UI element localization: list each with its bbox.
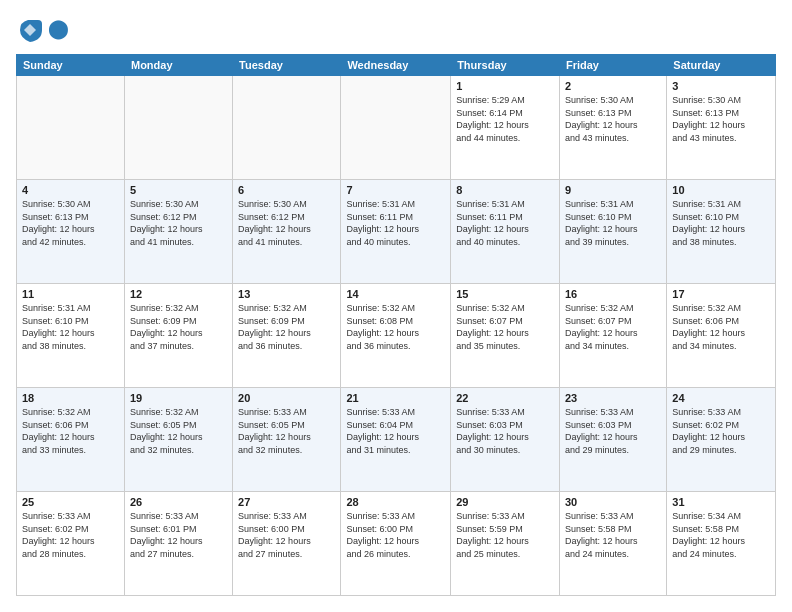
logo: ⬤	[16, 16, 68, 44]
day-number: 22	[456, 392, 554, 404]
empty-cell	[233, 76, 341, 180]
day-cell-20: 20Sunrise: 5:33 AM Sunset: 6:05 PM Dayli…	[233, 388, 341, 492]
day-info: Sunrise: 5:33 AM Sunset: 6:03 PM Dayligh…	[565, 406, 661, 456]
day-info: Sunrise: 5:30 AM Sunset: 6:13 PM Dayligh…	[672, 94, 770, 144]
day-number: 14	[346, 288, 445, 300]
day-number: 11	[22, 288, 119, 300]
day-cell-31: 31Sunrise: 5:34 AM Sunset: 5:58 PM Dayli…	[667, 492, 776, 596]
day-cell-10: 10Sunrise: 5:31 AM Sunset: 6:10 PM Dayli…	[667, 180, 776, 284]
day-number: 5	[130, 184, 227, 196]
day-info: Sunrise: 5:33 AM Sunset: 5:59 PM Dayligh…	[456, 510, 554, 560]
day-cell-1: 1Sunrise: 5:29 AM Sunset: 6:14 PM Daylig…	[451, 76, 560, 180]
weekday-thursday: Thursday	[451, 55, 560, 76]
day-number: 8	[456, 184, 554, 196]
day-cell-29: 29Sunrise: 5:33 AM Sunset: 5:59 PM Dayli…	[451, 492, 560, 596]
weekday-friday: Friday	[559, 55, 666, 76]
day-info: Sunrise: 5:31 AM Sunset: 6:10 PM Dayligh…	[672, 198, 770, 248]
day-info: Sunrise: 5:33 AM Sunset: 6:01 PM Dayligh…	[130, 510, 227, 560]
day-cell-5: 5Sunrise: 5:30 AM Sunset: 6:12 PM Daylig…	[124, 180, 232, 284]
day-number: 19	[130, 392, 227, 404]
day-cell-18: 18Sunrise: 5:32 AM Sunset: 6:06 PM Dayli…	[17, 388, 125, 492]
day-number: 6	[238, 184, 335, 196]
day-number: 27	[238, 496, 335, 508]
day-cell-12: 12Sunrise: 5:32 AM Sunset: 6:09 PM Dayli…	[124, 284, 232, 388]
logo-blue-dot: ⬤	[48, 19, 68, 39]
day-info: Sunrise: 5:31 AM Sunset: 6:10 PM Dayligh…	[565, 198, 661, 248]
day-number: 18	[22, 392, 119, 404]
day-number: 16	[565, 288, 661, 300]
day-info: Sunrise: 5:29 AM Sunset: 6:14 PM Dayligh…	[456, 94, 554, 144]
day-cell-8: 8Sunrise: 5:31 AM Sunset: 6:11 PM Daylig…	[451, 180, 560, 284]
day-number: 3	[672, 80, 770, 92]
day-cell-26: 26Sunrise: 5:33 AM Sunset: 6:01 PM Dayli…	[124, 492, 232, 596]
day-cell-9: 9Sunrise: 5:31 AM Sunset: 6:10 PM Daylig…	[559, 180, 666, 284]
day-cell-4: 4Sunrise: 5:30 AM Sunset: 6:13 PM Daylig…	[17, 180, 125, 284]
day-number: 7	[346, 184, 445, 196]
day-number: 28	[346, 496, 445, 508]
weekday-monday: Monday	[124, 55, 232, 76]
day-cell-14: 14Sunrise: 5:32 AM Sunset: 6:08 PM Dayli…	[341, 284, 451, 388]
week-row-3: 11Sunrise: 5:31 AM Sunset: 6:10 PM Dayli…	[17, 284, 776, 388]
week-row-4: 18Sunrise: 5:32 AM Sunset: 6:06 PM Dayli…	[17, 388, 776, 492]
day-cell-15: 15Sunrise: 5:32 AM Sunset: 6:07 PM Dayli…	[451, 284, 560, 388]
day-info: Sunrise: 5:34 AM Sunset: 5:58 PM Dayligh…	[672, 510, 770, 560]
day-number: 9	[565, 184, 661, 196]
day-cell-19: 19Sunrise: 5:32 AM Sunset: 6:05 PM Dayli…	[124, 388, 232, 492]
day-info: Sunrise: 5:30 AM Sunset: 6:13 PM Dayligh…	[22, 198, 119, 248]
day-info: Sunrise: 5:32 AM Sunset: 6:09 PM Dayligh…	[238, 302, 335, 352]
week-row-1: 1Sunrise: 5:29 AM Sunset: 6:14 PM Daylig…	[17, 76, 776, 180]
day-info: Sunrise: 5:32 AM Sunset: 6:07 PM Dayligh…	[565, 302, 661, 352]
day-info: Sunrise: 5:33 AM Sunset: 5:58 PM Dayligh…	[565, 510, 661, 560]
day-cell-16: 16Sunrise: 5:32 AM Sunset: 6:07 PM Dayli…	[559, 284, 666, 388]
day-info: Sunrise: 5:33 AM Sunset: 6:05 PM Dayligh…	[238, 406, 335, 456]
day-cell-6: 6Sunrise: 5:30 AM Sunset: 6:12 PM Daylig…	[233, 180, 341, 284]
day-number: 15	[456, 288, 554, 300]
day-info: Sunrise: 5:32 AM Sunset: 6:07 PM Dayligh…	[456, 302, 554, 352]
day-number: 17	[672, 288, 770, 300]
day-info: Sunrise: 5:33 AM Sunset: 6:02 PM Dayligh…	[22, 510, 119, 560]
day-cell-22: 22Sunrise: 5:33 AM Sunset: 6:03 PM Dayli…	[451, 388, 560, 492]
day-number: 20	[238, 392, 335, 404]
day-number: 13	[238, 288, 335, 300]
day-info: Sunrise: 5:32 AM Sunset: 6:06 PM Dayligh…	[672, 302, 770, 352]
logo-text: ⬤	[48, 20, 68, 40]
day-info: Sunrise: 5:30 AM Sunset: 6:12 PM Dayligh…	[238, 198, 335, 248]
day-cell-3: 3Sunrise: 5:30 AM Sunset: 6:13 PM Daylig…	[667, 76, 776, 180]
weekday-tuesday: Tuesday	[233, 55, 341, 76]
day-cell-13: 13Sunrise: 5:32 AM Sunset: 6:09 PM Dayli…	[233, 284, 341, 388]
header: ⬤	[16, 16, 776, 44]
day-cell-25: 25Sunrise: 5:33 AM Sunset: 6:02 PM Dayli…	[17, 492, 125, 596]
day-cell-2: 2Sunrise: 5:30 AM Sunset: 6:13 PM Daylig…	[559, 76, 666, 180]
calendar-page: ⬤ SundayMondayTuesdayWednesdayThursdayFr…	[0, 0, 792, 612]
weekday-sunday: Sunday	[17, 55, 125, 76]
day-cell-17: 17Sunrise: 5:32 AM Sunset: 6:06 PM Dayli…	[667, 284, 776, 388]
day-info: Sunrise: 5:32 AM Sunset: 6:06 PM Dayligh…	[22, 406, 119, 456]
day-number: 31	[672, 496, 770, 508]
empty-cell	[341, 76, 451, 180]
day-number: 26	[130, 496, 227, 508]
day-cell-24: 24Sunrise: 5:33 AM Sunset: 6:02 PM Dayli…	[667, 388, 776, 492]
day-info: Sunrise: 5:32 AM Sunset: 6:05 PM Dayligh…	[130, 406, 227, 456]
day-cell-30: 30Sunrise: 5:33 AM Sunset: 5:58 PM Dayli…	[559, 492, 666, 596]
day-info: Sunrise: 5:32 AM Sunset: 6:09 PM Dayligh…	[130, 302, 227, 352]
day-cell-28: 28Sunrise: 5:33 AM Sunset: 6:00 PM Dayli…	[341, 492, 451, 596]
day-number: 23	[565, 392, 661, 404]
calendar-table: SundayMondayTuesdayWednesdayThursdayFrid…	[16, 54, 776, 596]
day-cell-21: 21Sunrise: 5:33 AM Sunset: 6:04 PM Dayli…	[341, 388, 451, 492]
weekday-saturday: Saturday	[667, 55, 776, 76]
day-info: Sunrise: 5:30 AM Sunset: 6:13 PM Dayligh…	[565, 94, 661, 144]
logo-icon	[16, 16, 44, 44]
day-info: Sunrise: 5:33 AM Sunset: 6:00 PM Dayligh…	[346, 510, 445, 560]
day-number: 24	[672, 392, 770, 404]
day-number: 29	[456, 496, 554, 508]
day-info: Sunrise: 5:33 AM Sunset: 6:00 PM Dayligh…	[238, 510, 335, 560]
day-cell-11: 11Sunrise: 5:31 AM Sunset: 6:10 PM Dayli…	[17, 284, 125, 388]
day-info: Sunrise: 5:32 AM Sunset: 6:08 PM Dayligh…	[346, 302, 445, 352]
empty-cell	[17, 76, 125, 180]
day-info: Sunrise: 5:30 AM Sunset: 6:12 PM Dayligh…	[130, 198, 227, 248]
week-row-5: 25Sunrise: 5:33 AM Sunset: 6:02 PM Dayli…	[17, 492, 776, 596]
day-number: 10	[672, 184, 770, 196]
day-number: 2	[565, 80, 661, 92]
day-number: 30	[565, 496, 661, 508]
day-number: 21	[346, 392, 445, 404]
